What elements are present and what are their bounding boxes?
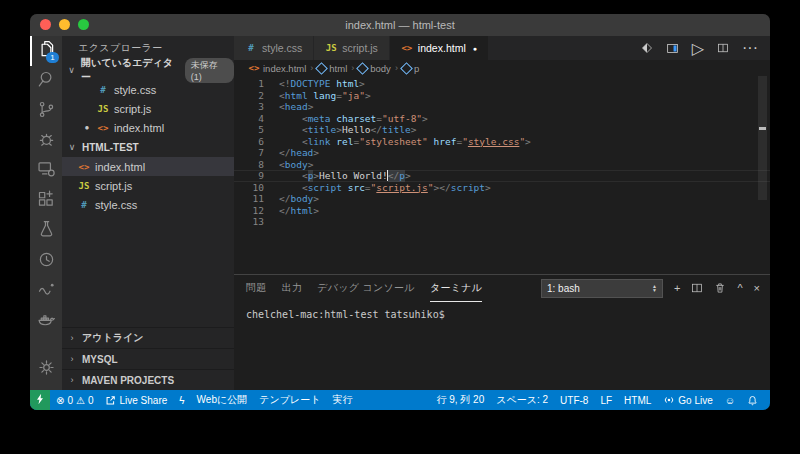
remote-icon bbox=[34, 393, 46, 407]
code-line: 4 <meta charset="utf-8"> bbox=[234, 113, 770, 125]
settings-icon bbox=[36, 357, 57, 382]
tab-style.css[interactable]: #style.css bbox=[234, 36, 314, 60]
status-label: テンプレート bbox=[259, 393, 320, 407]
line-number: 1 bbox=[234, 78, 279, 90]
activity-explorer-button[interactable]: 1 bbox=[30, 36, 62, 66]
panel-tab-ターミナル[interactable]: ターミナル bbox=[430, 275, 482, 302]
activity-extensions-button[interactable] bbox=[30, 186, 62, 216]
code-line: 1<!DOCTYPE html> bbox=[234, 78, 770, 90]
breadcrumb-item[interactable]: <>index.html bbox=[248, 63, 306, 74]
status-run-task[interactable]: 実行 bbox=[326, 390, 358, 410]
minimize-window-button[interactable] bbox=[59, 19, 70, 30]
activity-timer-button[interactable] bbox=[30, 246, 62, 276]
status-go-live[interactable]: Go Live bbox=[657, 390, 718, 410]
section-MAVEN PROJECTS[interactable]: ›MAVEN PROJECTS bbox=[62, 369, 234, 390]
overview-ruler-cursor-mark bbox=[759, 127, 766, 130]
panel-tab-出力[interactable]: 出力 bbox=[282, 275, 303, 302]
open-editor-item[interactable]: ●<>index.html bbox=[62, 118, 234, 137]
remote-indicator[interactable] bbox=[30, 390, 50, 410]
code-token: rel bbox=[336, 136, 353, 148]
activity-testing-button[interactable] bbox=[30, 216, 62, 246]
split-terminal-icon[interactable] bbox=[691, 282, 703, 294]
kill-terminal-icon[interactable] bbox=[714, 282, 726, 294]
code-token bbox=[279, 170, 302, 182]
code-token: > bbox=[308, 101, 314, 113]
explorer-sidebar: エクスプローラー ∨ 開いているエディター 未保存 (1) #style.css… bbox=[62, 36, 234, 390]
open-editors-section-header[interactable]: ∨ 開いているエディター 未保存 (1) bbox=[62, 60, 234, 80]
activity-live-wave-button[interactable] bbox=[30, 276, 62, 306]
title-bar[interactable]: index.html — html-test bbox=[30, 14, 770, 36]
code-token: meta bbox=[308, 113, 331, 125]
terminal-select[interactable]: 1: bash ▲▼ bbox=[541, 279, 663, 298]
code-token: "ja" bbox=[342, 90, 365, 102]
activity-docker-button[interactable] bbox=[30, 306, 62, 336]
css-file-icon: # bbox=[245, 43, 257, 53]
folder-section-header[interactable]: ∨ HTML-TEST bbox=[62, 137, 234, 157]
breadcrumb-item[interactable]: p bbox=[402, 63, 419, 74]
tree-item[interactable]: #style.css bbox=[62, 195, 234, 214]
chevron-right-icon: › bbox=[66, 354, 78, 364]
status-label: Webに公開 bbox=[197, 393, 248, 407]
tree-item[interactable]: <>index.html bbox=[62, 157, 234, 176]
status-indentation[interactable]: スペース: 2 bbox=[490, 390, 554, 410]
editor-scrollbar[interactable] bbox=[758, 76, 767, 200]
line-number: 7 bbox=[234, 147, 279, 159]
activity-remote-explorer-button[interactable] bbox=[30, 156, 62, 186]
maximize-panel-icon[interactable]: ^ bbox=[737, 282, 742, 294]
symbol-icon bbox=[315, 62, 328, 75]
split-editor-icon[interactable] bbox=[717, 42, 729, 54]
panel-tab-デバッグ コンソール[interactable]: デバッグ コンソール bbox=[317, 275, 415, 302]
zoom-window-button[interactable] bbox=[78, 19, 89, 30]
status-cursor-position[interactable]: 行 9, 列 20 bbox=[430, 390, 490, 410]
code-token: title bbox=[308, 124, 337, 136]
code-editor[interactable]: 1<!DOCTYPE html>2<html lang="ja">3<head>… bbox=[234, 76, 770, 274]
tree-item[interactable]: JSscript.js bbox=[62, 176, 234, 195]
run-code-icon[interactable]: ▷ bbox=[692, 39, 704, 58]
status-template[interactable]: テンプレート bbox=[253, 390, 326, 410]
breadcrumb-item[interactable]: body bbox=[358, 63, 391, 74]
line-number: 13 bbox=[234, 216, 279, 228]
css-file-icon: # bbox=[97, 85, 109, 95]
close-panel-icon[interactable]: × bbox=[754, 282, 760, 294]
status-right-items: 行 9, 列 20スペース: 2UTF-8LFHTMLGo Live☺ bbox=[430, 390, 770, 410]
close-window-button[interactable] bbox=[40, 19, 51, 30]
activity-search-button[interactable] bbox=[30, 66, 62, 96]
activity-settings-button[interactable] bbox=[30, 354, 62, 384]
tab-index.html[interactable]: <>index.html● bbox=[390, 36, 489, 60]
breadcrumb-item[interactable]: html bbox=[317, 63, 347, 74]
open-editor-item[interactable]: JSscript.js bbox=[62, 99, 234, 118]
open-editor-item[interactable]: #style.css bbox=[62, 80, 234, 99]
file-tree: <>index.htmlJSscript.js#style.css bbox=[62, 157, 234, 214]
status-language-mode[interactable]: HTML bbox=[618, 390, 657, 410]
format-diamond-icon[interactable] bbox=[641, 42, 653, 54]
activity-debug-button[interactable] bbox=[30, 126, 62, 156]
js-file-icon: JS bbox=[97, 104, 109, 114]
code-token: "stylesheet" bbox=[359, 136, 428, 148]
terminal-output[interactable]: chelchel-mac:html-test tatsuhiko$ bbox=[234, 301, 770, 390]
tab-script.js[interactable]: JSscript.js bbox=[314, 36, 390, 60]
activity-source-control-button[interactable] bbox=[30, 96, 62, 126]
panel-tab-問題[interactable]: 問題 bbox=[246, 275, 267, 302]
status-encoding[interactable]: UTF-8 bbox=[554, 390, 594, 410]
tab-label: index.html bbox=[418, 42, 466, 54]
code-token: > bbox=[365, 90, 371, 102]
chevron-down-icon: ∨ bbox=[66, 142, 78, 152]
code-token: > bbox=[525, 136, 531, 148]
status-notifications[interactable] bbox=[741, 390, 764, 410]
code-token: > bbox=[485, 182, 491, 194]
open-preview-icon[interactable] bbox=[666, 42, 679, 55]
code-token: title bbox=[382, 124, 411, 136]
section-アウトライン[interactable]: ›アウトライン bbox=[62, 327, 234, 348]
search-icon bbox=[36, 69, 57, 94]
section-MYSQL[interactable]: ›MYSQL bbox=[62, 348, 234, 369]
more-actions-icon[interactable]: ··· bbox=[742, 39, 758, 57]
status-live-share[interactable]: Live Share bbox=[99, 390, 173, 410]
new-terminal-icon[interactable]: + bbox=[674, 282, 680, 294]
status-feedback[interactable]: ☺ bbox=[719, 390, 741, 410]
status-problems[interactable]: ⊗0⚠0 bbox=[50, 390, 99, 410]
status-publish-web[interactable]: Webに公開 bbox=[191, 390, 254, 410]
status-eol[interactable]: LF bbox=[594, 390, 618, 410]
status-deploy[interactable]: ϟ bbox=[173, 390, 190, 410]
line-number: 11 bbox=[234, 193, 279, 205]
bell-icon bbox=[747, 395, 758, 406]
